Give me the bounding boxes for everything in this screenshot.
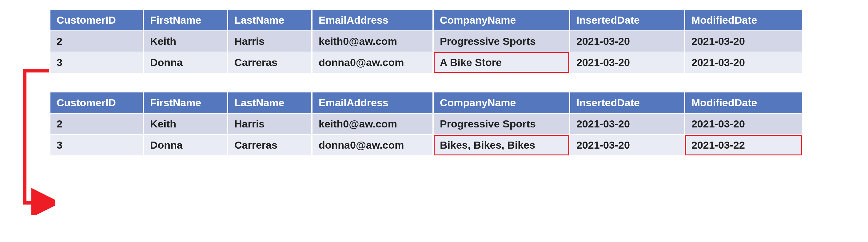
col-header-email-address: EmailAddress (312, 10, 432, 30)
cell-modified-date: 2021-03-20 (685, 52, 802, 73)
col-header-inserted-date: InsertedDate (570, 10, 684, 30)
cell-first-name: Keith (144, 114, 227, 134)
cell-company-name: A Bike Store (434, 52, 569, 73)
col-header-company-name: CompanyName (434, 10, 569, 30)
cell-first-name: Keith (144, 31, 227, 51)
cell-customer-id: 3 (51, 52, 143, 73)
cell-last-name: Harris (228, 114, 311, 134)
diagram-root: { "columns": ["CustomerID", "FirstName",… (0, 0, 868, 242)
cell-company-name: Progressive Sports (434, 114, 569, 134)
cell-inserted-date: 2021-03-20 (570, 114, 684, 134)
col-header-last-name: LastName (228, 93, 311, 113)
cell-modified-date: 2021-03-20 (685, 31, 802, 51)
table-header-row: CustomerID FirstName LastName EmailAddre… (51, 10, 802, 30)
cell-last-name: Carreras (228, 52, 311, 73)
arrow-down-icon (9, 61, 55, 215)
cell-company-name: Bikes, Bikes, Bikes (434, 135, 569, 155)
col-header-last-name: LastName (228, 10, 311, 30)
table-row: 2 Keith Harris keith0@aw.com Progressive… (51, 114, 802, 134)
cell-email-address: donna0@aw.com (312, 135, 432, 155)
table-after: CustomerID FirstName LastName EmailAddre… (49, 92, 803, 156)
cell-email-address: keith0@aw.com (312, 114, 432, 134)
col-header-inserted-date: InsertedDate (570, 93, 684, 113)
cell-customer-id: 3 (51, 135, 143, 155)
table-row: 3 Donna Carreras donna0@aw.com A Bike St… (51, 52, 802, 73)
cell-inserted-date: 2021-03-20 (570, 31, 684, 51)
tables-container: CustomerID FirstName LastName EmailAddre… (49, 9, 803, 156)
cell-inserted-date: 2021-03-20 (570, 135, 684, 155)
col-header-email-address: EmailAddress (312, 93, 432, 113)
cell-company-name: Progressive Sports (434, 31, 569, 51)
table-before: CustomerID FirstName LastName EmailAddre… (49, 9, 803, 73)
cell-email-address: donna0@aw.com (312, 52, 432, 73)
cell-email-address: keith0@aw.com (312, 31, 432, 51)
table-row: 3 Donna Carreras donna0@aw.com Bikes, Bi… (51, 135, 802, 155)
cell-first-name: Donna (144, 135, 227, 155)
cell-modified-date: 2021-03-22 (685, 135, 802, 155)
col-header-company-name: CompanyName (434, 93, 569, 113)
col-header-customer-id: CustomerID (51, 10, 143, 30)
cell-modified-date: 2021-03-20 (685, 114, 802, 134)
cell-inserted-date: 2021-03-20 (570, 52, 684, 73)
cell-customer-id: 2 (51, 31, 143, 51)
cell-last-name: Carreras (228, 135, 311, 155)
col-header-customer-id: CustomerID (51, 93, 143, 113)
col-header-modified-date: ModifiedDate (685, 10, 802, 30)
col-header-first-name: FirstName (144, 10, 227, 30)
cell-last-name: Harris (228, 31, 311, 51)
cell-first-name: Donna (144, 52, 227, 73)
col-header-first-name: FirstName (144, 93, 227, 113)
cell-customer-id: 2 (51, 114, 143, 134)
table-row: 2 Keith Harris keith0@aw.com Progressive… (51, 31, 802, 51)
table-header-row: CustomerID FirstName LastName EmailAddre… (51, 93, 802, 113)
col-header-modified-date: ModifiedDate (685, 93, 802, 113)
